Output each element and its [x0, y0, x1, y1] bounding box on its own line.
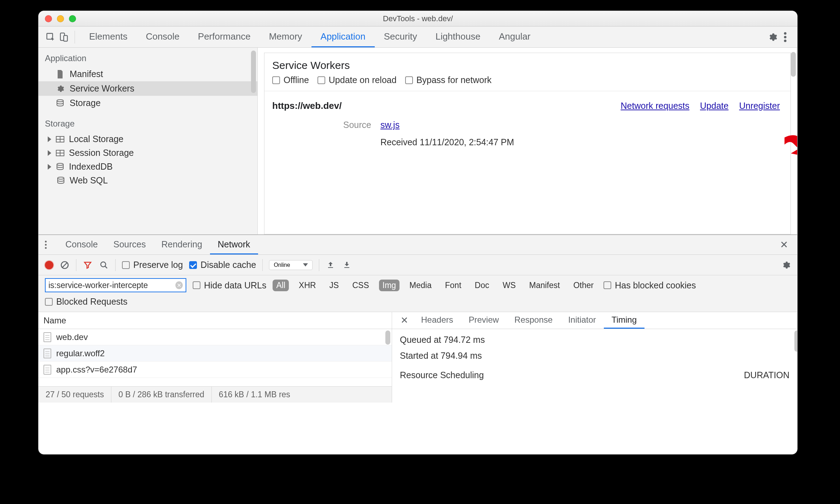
filter-doc[interactable]: Doc [471, 280, 493, 291]
filter-img[interactable]: Img [379, 280, 399, 291]
sidebar-item-label: Web SQL [70, 175, 108, 186]
filter-input[interactable]: ✕ [45, 278, 186, 292]
svg-line-16 [62, 262, 67, 268]
sidebar-group-storage: Storage [39, 110, 257, 132]
column-header-name[interactable]: Name [39, 312, 392, 329]
record-button[interactable] [45, 261, 53, 269]
sidebar-item-storage[interactable]: Storage [39, 96, 257, 110]
blocked-requests-checkbox[interactable]: Blocked Requests [45, 297, 128, 307]
upload-icon[interactable] [326, 260, 336, 270]
filter-ws[interactable]: WS [499, 280, 519, 291]
sidebar-scrollbar[interactable] [251, 51, 256, 93]
filter-css[interactable]: CSS [349, 280, 372, 291]
status-requests: 27 / 50 requests [39, 387, 111, 403]
window-minimize-icon[interactable] [57, 15, 64, 22]
svg-line-18 [105, 266, 107, 268]
filter-font[interactable]: Font [442, 280, 465, 291]
filter-js[interactable]: JS [326, 280, 343, 291]
download-icon[interactable] [342, 260, 352, 270]
detail-tab-initiator[interactable]: Initiator [560, 312, 604, 329]
pane-scrollbar[interactable] [791, 52, 796, 77]
tab-elements[interactable]: Elements [80, 27, 136, 47]
request-row[interactable]: web.dev [39, 329, 392, 345]
sidebar-item-websql[interactable]: Web SQL [39, 174, 257, 187]
detail-tabs: ✕ Headers Preview Response Initiator Tim… [392, 312, 797, 329]
expand-caret-icon[interactable] [48, 164, 51, 170]
filter-other[interactable]: Other [570, 280, 597, 291]
drawer-more-icon[interactable] [45, 241, 51, 249]
sidebar-item-session-storage[interactable]: Session Storage [39, 146, 257, 160]
sw-source-link[interactable]: sw.js [380, 120, 399, 130]
more-menu-icon[interactable] [779, 31, 792, 43]
detail-scrollbar[interactable] [794, 330, 798, 352]
drawer-tab-sources[interactable]: Sources [106, 235, 154, 254]
window-title: DevTools - web.dev/ [39, 14, 797, 23]
detail-tab-headers[interactable]: Headers [413, 312, 461, 329]
tab-security[interactable]: Security [375, 27, 426, 47]
filter-all[interactable]: All [273, 280, 289, 291]
sidebar-item-local-storage[interactable]: Local Storage [39, 132, 257, 146]
network-settings-gear-icon[interactable] [781, 260, 791, 270]
sidebar-item-service-workers[interactable]: Service Workers [39, 81, 257, 96]
list-scrollbar[interactable] [385, 330, 390, 345]
main-area: Application Manifest Service Workers Sto… [39, 48, 797, 234]
update-link[interactable]: Update [700, 101, 729, 111]
device-toggle-icon[interactable] [57, 31, 70, 43]
drawer-tab-rendering[interactable]: Rendering [153, 235, 210, 254]
tab-application[interactable]: Application [311, 27, 375, 47]
clear-filter-icon[interactable]: ✕ [175, 281, 183, 289]
tab-lighthouse[interactable]: Lighthouse [426, 27, 490, 47]
manifest-icon [56, 70, 65, 79]
bypass-for-network-checkbox[interactable]: Bypass for network [405, 75, 492, 85]
pane-heading: Service Workers [264, 53, 791, 75]
tab-memory[interactable]: Memory [260, 27, 311, 47]
search-icon[interactable] [99, 260, 109, 270]
hide-data-urls-checkbox[interactable]: Hide data URLs [193, 280, 266, 291]
request-row[interactable]: regular.woff2 [39, 345, 392, 362]
db-icon [56, 176, 65, 185]
filter-manifest[interactable]: Manifest [526, 280, 564, 291]
drawer-tabs: Console Sources Rendering Network ✕ [39, 235, 797, 255]
drawer-tab-console[interactable]: Console [58, 235, 106, 254]
db-icon [56, 162, 65, 171]
network-filters: ✕ Hide data URLs All XHR JS CSS Img Medi… [39, 275, 797, 312]
network-requests-link[interactable]: Network requests [621, 101, 690, 111]
window-zoom-icon[interactable] [69, 15, 76, 22]
drawer-tab-network[interactable]: Network [210, 235, 258, 254]
settings-gear-icon[interactable] [766, 31, 779, 43]
clear-icon[interactable] [60, 260, 70, 270]
sidebar-item-label: Manifest [70, 69, 103, 79]
throttle-select[interactable]: Online [269, 260, 312, 270]
filter-xhr[interactable]: XHR [295, 280, 320, 291]
sidebar-item-indexeddb[interactable]: IndexedDB [39, 160, 257, 174]
expand-caret-icon[interactable] [48, 136, 51, 142]
application-sidebar: Application Manifest Service Workers Sto… [39, 48, 258, 234]
inspect-icon[interactable] [44, 31, 57, 43]
detail-tab-preview[interactable]: Preview [461, 312, 507, 329]
window-close-icon[interactable] [45, 15, 52, 22]
tab-performance[interactable]: Performance [189, 27, 260, 47]
detail-tab-response[interactable]: Response [507, 312, 560, 329]
sidebar-item-manifest[interactable]: Manifest [39, 67, 257, 81]
expand-caret-icon[interactable] [48, 150, 51, 156]
drawer-close-icon[interactable]: ✕ [777, 238, 791, 252]
filter-media[interactable]: Media [406, 280, 435, 291]
has-blocked-cookies-checkbox[interactable]: Has blocked cookies [603, 280, 696, 291]
storage-icon [56, 99, 65, 108]
tab-angular[interactable]: Angular [490, 27, 540, 47]
sw-options-row: Offline Update on reload Bypass for netw… [264, 75, 791, 91]
svg-point-4 [784, 36, 787, 38]
filter-icon[interactable] [83, 260, 93, 270]
offline-checkbox[interactable]: Offline [272, 75, 309, 85]
disable-cache-checkbox[interactable]: Disable cache [189, 260, 256, 270]
request-row[interactable]: app.css?v=6e2768d7 [39, 362, 392, 378]
detail-close-icon[interactable]: ✕ [396, 315, 413, 326]
detail-tab-timing[interactable]: Timing [604, 312, 644, 329]
traffic-lights [45, 15, 76, 22]
preserve-log-checkbox[interactable]: Preserve log [122, 260, 183, 270]
sidebar-item-label: Service Workers [70, 83, 134, 94]
unregister-link[interactable]: Unregister [739, 101, 780, 111]
update-on-reload-checkbox[interactable]: Update on reload [317, 75, 397, 85]
filter-input-field[interactable] [48, 281, 175, 290]
tab-console[interactable]: Console [136, 27, 188, 47]
